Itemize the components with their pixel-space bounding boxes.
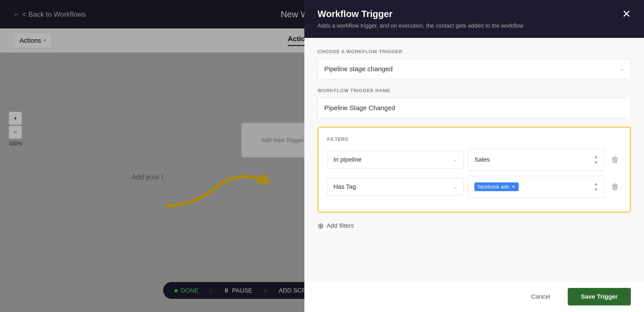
add-filters-button[interactable]: ⊕ Add filters xyxy=(318,219,631,232)
panel-title: Workflow Trigger xyxy=(318,9,523,19)
panel-close-button[interactable]: ✕ xyxy=(622,9,631,19)
panel-body: CHOOSE A WORKFLOW TRIGGER Pipeline stage… xyxy=(304,38,644,281)
filters-section: FILTERS In pipeline ⌄ Sales ▲ ▼ 🗑 xyxy=(318,127,631,213)
filter2-type-value: Has Tag xyxy=(334,183,356,190)
cancel-button[interactable]: Cancel xyxy=(520,288,561,306)
filter2-down-icon: ▼ xyxy=(594,187,598,192)
trigger-select-chevron-icon: ⌄ xyxy=(620,66,624,72)
panel-subtitle: Adds a workflow trigger, and on executio… xyxy=(318,22,523,29)
trigger-panel: Workflow Trigger Adds a workflow trigger… xyxy=(304,0,644,312)
filter2-chevron-icon: ⌄ xyxy=(453,184,457,190)
panel-header-content: Workflow Trigger Adds a workflow trigger… xyxy=(318,9,523,29)
filter2-value-select[interactable]: facebook ads ✕ ▲ ▼ xyxy=(468,176,604,198)
panel-header: Workflow Trigger Adds a workflow trigger… xyxy=(304,0,644,38)
tag-chip-label: facebook ads xyxy=(478,184,509,190)
trigger-type-select[interactable]: Pipeline stage changed ⌄ xyxy=(318,59,631,79)
filter1-up-icon: ▲ xyxy=(594,154,598,159)
filter2-delete-button[interactable]: 🗑 xyxy=(609,180,621,194)
trigger-type-value: Pipeline stage changed xyxy=(324,65,393,73)
filters-label: FILTERS xyxy=(327,136,621,142)
add-filters-label: Add filters xyxy=(327,222,354,229)
save-trigger-button[interactable]: Save Trigger xyxy=(568,288,631,306)
filter1-type-select[interactable]: In pipeline ⌄ xyxy=(327,151,464,169)
filter1-value-select[interactable]: Sales ▲ ▼ xyxy=(468,149,604,171)
filter1-down-icon: ▼ xyxy=(594,160,598,165)
trigger-name-input[interactable]: Pipeline Stage Changed xyxy=(318,98,631,118)
trigger-name-label: WORKFLOW TRIGGER NAME xyxy=(318,88,631,93)
filter1-value-text: Sales xyxy=(474,156,490,163)
tag-chip-remove-button[interactable]: ✕ xyxy=(512,184,515,189)
filter1-chevron-icon: ⌄ xyxy=(453,157,457,162)
panel-footer: Cancel Save Trigger xyxy=(304,281,644,312)
filter1-delete-button[interactable]: 🗑 xyxy=(609,153,621,166)
add-filters-circle-icon: ⊕ xyxy=(318,221,324,230)
filter2-type-select[interactable]: Has Tag ⌄ xyxy=(327,178,464,196)
filter-row-1: In pipeline ⌄ Sales ▲ ▼ 🗑 xyxy=(327,149,621,171)
filter-row-2: Has Tag ⌄ facebook ads ✕ ▲ ▼ 🗑 xyxy=(327,176,621,198)
tag-chip-facebook-ads: facebook ads ✕ xyxy=(474,182,519,191)
choose-trigger-label: CHOOSE A WORKFLOW TRIGGER xyxy=(318,49,631,54)
filter2-up-icon: ▲ xyxy=(594,181,598,186)
filter1-type-value: In pipeline xyxy=(334,156,362,163)
